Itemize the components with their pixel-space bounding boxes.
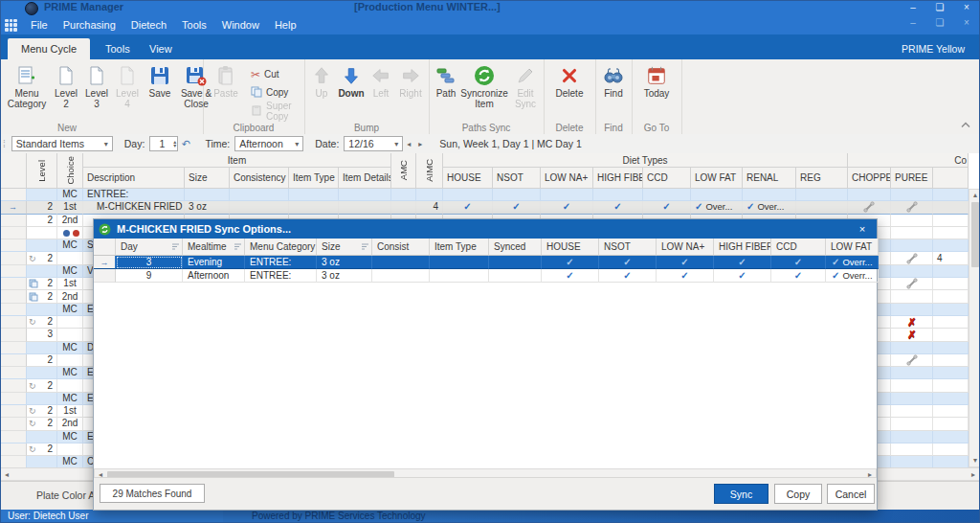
grid-cell[interactable]: MC: [57, 265, 83, 278]
grid-cell[interactable]: [891, 418, 933, 430]
grid-cell[interactable]: [27, 456, 57, 467]
column-header-high_fiber[interactable]: HIGH FIBER: [593, 168, 643, 189]
grid-cell[interactable]: ✓: [541, 201, 593, 214]
dialog-grid-cell[interactable]: ✓: [599, 269, 657, 283]
dialog-table-row[interactable]: 9AfternoonENTREE:3 oz✓✓✓✓✓✓Overr...: [94, 269, 879, 283]
date-select[interactable]: 12/16▾: [344, 136, 403, 151]
grid-cell[interactable]: MC: [57, 189, 83, 201]
grid-cell[interactable]: [593, 189, 643, 201]
column-header-desc[interactable]: Description: [83, 168, 185, 189]
dialog-column-header-house[interactable]: HOUSE: [542, 239, 599, 256]
dialog-grid-cell[interactable]: ENTREE:: [245, 256, 317, 269]
super-copy-button[interactable]: Super Copy: [249, 102, 304, 120]
date-prev-button[interactable]: ◂: [403, 136, 414, 151]
column-header-ccd[interactable]: CCD: [643, 168, 691, 189]
grid-cell[interactable]: [933, 239, 969, 252]
grid-cell[interactable]: MC: [57, 304, 83, 316]
grid-cell[interactable]: [0, 418, 27, 430]
grid-cell[interactable]: M-CHICKEN FRIED: [83, 201, 185, 214]
grid-cell[interactable]: [891, 201, 933, 214]
grid-cell[interactable]: [933, 379, 969, 392]
dialog-close-icon[interactable]: ×: [854, 219, 871, 239]
grid-cell[interactable]: [185, 189, 230, 201]
grid-cell[interactable]: [891, 456, 933, 467]
dialog-grid-cell[interactable]: ✓Overr...: [826, 256, 879, 269]
grid-cell[interactable]: [57, 443, 83, 456]
grid-cell[interactable]: [933, 405, 969, 418]
group-header-consistencies[interactable]: Co: [848, 153, 969, 168]
grid-cell[interactable]: [933, 342, 969, 354]
mdi-restore-icon[interactable]: ❏: [926, 15, 953, 31]
group-header-item[interactable]: Item: [83, 153, 391, 168]
grid-cell[interactable]: [891, 405, 933, 418]
column-header-aimc[interactable]: AIMC: [416, 153, 443, 189]
bump-up-button[interactable]: Up: [308, 62, 335, 100]
grid-cell[interactable]: ↻2: [27, 443, 57, 456]
grid-cell[interactable]: MC: [57, 342, 83, 354]
copy-button[interactable]: Copy: [774, 484, 822, 504]
grid-cell[interactable]: [416, 189, 443, 201]
column-header-low_na[interactable]: LOW NA+: [541, 168, 593, 189]
edit-sync-button[interactable]: Edit Sync: [507, 62, 544, 109]
grid-cell[interactable]: [0, 456, 27, 467]
syncronize-item-button[interactable]: Syncronize Item: [461, 62, 507, 109]
grid-cell[interactable]: ↻2: [27, 252, 57, 264]
group-header-diet-types[interactable]: Diet Types: [443, 153, 848, 168]
dialog-table-row[interactable]: →3EveningENTREE:3 oz✓✓✓✓✓✓Overr...: [94, 256, 879, 269]
grid-cell[interactable]: [933, 265, 969, 278]
column-header-amc[interactable]: AMC: [391, 153, 416, 189]
grid-cell[interactable]: [891, 278, 933, 290]
dialog-column-header-consist[interactable]: Consist: [372, 239, 430, 256]
grid-cell[interactable]: [339, 189, 391, 201]
grid-cell[interactable]: [27, 393, 57, 405]
grid-cell[interactable]: [891, 189, 933, 201]
grid-cell[interactable]: [0, 367, 27, 379]
grid-cell[interactable]: [230, 201, 289, 214]
dialog-column-header-item_type[interactable]: Item Type: [430, 239, 489, 256]
grid-cell[interactable]: [0, 342, 27, 354]
grid-cell[interactable]: [493, 189, 541, 201]
grid-cell[interactable]: 1st: [57, 201, 83, 214]
dialog-grid-cell[interactable]: [489, 256, 542, 269]
copy-button[interactable]: Copy: [249, 83, 304, 102]
column-header-puree[interactable]: PUREE: [891, 168, 933, 189]
grid-cell[interactable]: 2: [27, 354, 57, 367]
grid-cell[interactable]: [891, 431, 933, 443]
column-header-low_fat[interactable]: LOW FAT: [691, 168, 743, 189]
menu-tools[interactable]: Tools: [174, 15, 214, 34]
grid-cell[interactable]: [27, 265, 57, 278]
grid-cell[interactable]: MC: [57, 367, 83, 379]
grid-cell[interactable]: ✗: [891, 316, 933, 329]
level-4-button[interactable]: Level 4: [113, 62, 142, 109]
grid-cell[interactable]: [891, 379, 933, 392]
cut-button[interactable]: ✂ Cut: [249, 65, 304, 83]
grid-cell[interactable]: [391, 189, 416, 201]
grid-cell[interactable]: [57, 316, 83, 329]
dialog-title-bar[interactable]: M-CHICKEN FRIED Sync Options... ×: [94, 219, 877, 239]
grid-cell[interactable]: ↻2: [27, 405, 57, 418]
grid-cell[interactable]: ↻2: [27, 379, 57, 392]
minimize-icon[interactable]: –: [900, 0, 926, 15]
grid-cell[interactable]: [289, 189, 339, 201]
column-header-item_type[interactable]: Item Type: [289, 168, 339, 189]
column-header-extra[interactable]: [933, 168, 969, 189]
grid-cell[interactable]: 2nd: [57, 418, 83, 430]
grid-cell[interactable]: [57, 227, 83, 239]
grid-cell[interactable]: 1st: [57, 278, 83, 290]
grid-cell[interactable]: [933, 354, 969, 367]
grid-cell[interactable]: [0, 265, 27, 278]
dialog-column-header-mealtime[interactable]: Mealtime: [183, 239, 245, 256]
grid-cell[interactable]: 4: [416, 201, 443, 214]
sync-button[interactable]: Sync: [714, 484, 768, 504]
grid-cell[interactable]: [796, 189, 848, 201]
dialog-grid-cell[interactable]: 3 oz: [317, 256, 372, 269]
dialog-column-header-size[interactable]: Size: [317, 239, 372, 256]
grid-cell[interactable]: [891, 354, 933, 367]
grid-cell[interactable]: [0, 354, 27, 367]
grid-cell[interactable]: [891, 265, 933, 278]
grid-cell[interactable]: [933, 431, 969, 443]
grid-cell[interactable]: 2: [27, 201, 57, 214]
tab-view[interactable]: View: [136, 38, 186, 59]
dialog-grid-cell[interactable]: ENTREE:: [245, 269, 317, 283]
grid-cell[interactable]: [0, 304, 27, 316]
